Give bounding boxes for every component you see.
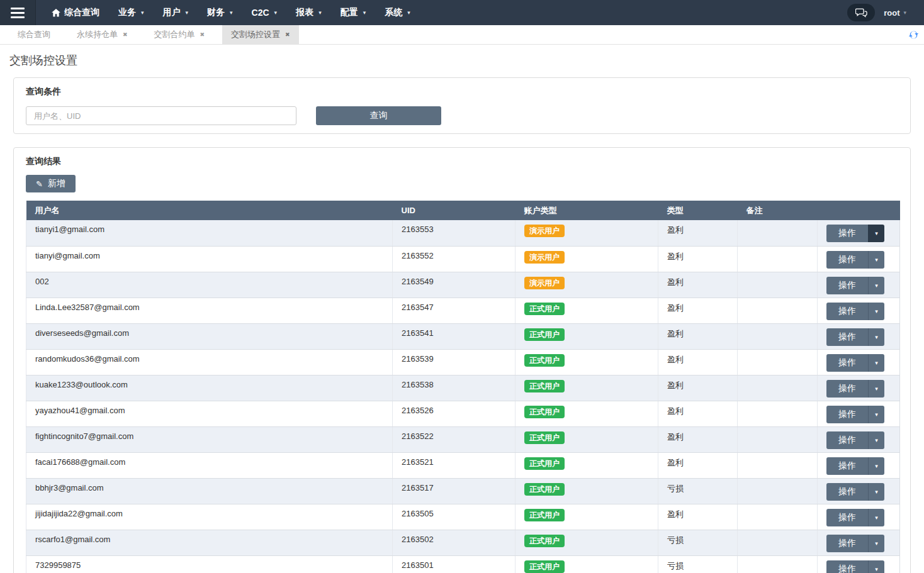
action-button[interactable]: 操作 [826, 457, 868, 475]
col-remark: 备注 [738, 201, 818, 220]
chevron-down-icon: ▾ [903, 9, 906, 16]
action-dropdown-toggle[interactable]: ▾ [868, 431, 884, 449]
table-header-row: 用户名 UID 账户类型 类型 备注 [26, 201, 900, 220]
cell-remark [738, 246, 818, 272]
tab-query[interactable]: 综合查询 [9, 25, 59, 44]
cell-username: randomkudos36@gmail.com [26, 349, 393, 375]
nav-item-config[interactable]: 配置 ▾ [331, 0, 376, 25]
cell-uid: 2163539 [393, 349, 516, 375]
chevron-down-icon: ▾ [363, 9, 366, 16]
tab-delivery-contracts[interactable]: 交割合约单 ✖ [145, 25, 214, 44]
refresh-button[interactable] [908, 30, 919, 40]
action-button[interactable]: 操作 [826, 380, 868, 398]
home-icon [52, 9, 60, 17]
close-icon[interactable]: ✖ [200, 31, 205, 38]
cell-uid: 2163553 [393, 220, 516, 246]
action-button[interactable]: 操作 [826, 277, 868, 294]
cell-type: 盈利 [658, 452, 738, 478]
table-row: 002 2163549 演示用户 盈利 操作▾ [26, 272, 900, 298]
query-controls: 查询 [26, 106, 898, 125]
query-panel: 查询条件 查询 [13, 77, 911, 134]
nav-item-query[interactable]: 综合查询 [42, 0, 109, 25]
table-row: bbhjr3@gmail.com 2163517 正式用户 亏损 操作▾ [26, 478, 900, 504]
action-button[interactable]: 操作 [826, 328, 868, 346]
action-button[interactable]: 操作 [826, 303, 868, 320]
close-icon[interactable]: ✖ [285, 31, 290, 38]
action-button[interactable]: 操作 [826, 560, 868, 573]
cell-remark [738, 530, 818, 555]
cell-uid: 2163538 [393, 375, 516, 401]
cell-type: 盈利 [658, 298, 738, 323]
table-row: jijidajijida22@gmail.com 2163505 正式用户 盈利… [26, 504, 900, 530]
cell-type: 盈利 [658, 504, 738, 530]
cell-uid: 2163521 [393, 452, 516, 478]
account-type-badge: 正式用户 [524, 406, 565, 418]
action-dropdown-toggle[interactable]: ▾ [868, 406, 884, 423]
sidebar-toggle-button[interactable] [0, 0, 36, 25]
cell-type: 盈利 [658, 220, 738, 246]
cell-remark [738, 426, 818, 452]
nav-item-report[interactable]: 报表 ▾ [286, 0, 331, 25]
cell-remark [738, 220, 818, 246]
tab-perpetual-positions[interactable]: 永续持仓单 ✖ [68, 25, 137, 44]
col-username: 用户名 [26, 201, 393, 220]
action-dropdown-toggle[interactable]: ▾ [868, 483, 884, 501]
account-type-badge: 正式用户 [524, 560, 565, 573]
nav-item-c2c[interactable]: C2C ▾ [242, 0, 287, 25]
tab-delivery-control-settings[interactable]: 交割场控设置 ✖ [222, 25, 299, 44]
action-button[interactable]: 操作 [826, 509, 868, 526]
cell-remark [738, 349, 818, 375]
nav-item-user[interactable]: 用户 ▾ [154, 0, 198, 25]
account-type-badge: 演示用户 [524, 277, 565, 289]
action-dropdown-toggle[interactable]: ▾ [868, 354, 884, 372]
table-row: tianyi@gmail.com 2163552 演示用户 盈利 操作▾ [26, 246, 900, 272]
cell-type: 亏损 [658, 530, 738, 555]
action-dropdown-toggle[interactable]: ▾ [868, 535, 884, 552]
action-button[interactable]: 操作 [826, 535, 868, 552]
action-button[interactable]: 操作 [826, 354, 868, 372]
table-row: tianyi1@gmail.com 2163553 演示用户 盈利 操作▾ [26, 220, 900, 246]
cell-uid: 2163501 [393, 555, 516, 573]
action-dropdown-toggle[interactable]: ▾ [868, 277, 884, 294]
hamburger-icon [11, 8, 25, 9]
cell-username: kuake1233@outlook.com [26, 375, 393, 401]
col-actions [818, 201, 900, 220]
add-button[interactable]: ✎ 新增 [26, 175, 76, 192]
action-button[interactable]: 操作 [826, 483, 868, 501]
close-icon[interactable]: ✖ [123, 31, 128, 38]
action-button[interactable]: 操作 [826, 406, 868, 423]
action-dropdown-toggle[interactable]: ▾ [868, 328, 884, 346]
cell-uid: 2163547 [393, 298, 516, 323]
nav-item-system[interactable]: 系统 ▾ [375, 0, 420, 25]
action-dropdown-toggle[interactable]: ▾ [868, 303, 884, 320]
page-title: 交割场控设置 [9, 53, 924, 68]
tab-bar: 综合查询 永续持仓单 ✖ 交割合约单 ✖ 交割场控设置 ✖ [0, 25, 924, 45]
cell-username: 7329959875 [26, 555, 393, 573]
action-dropdown-toggle[interactable]: ▾ [868, 225, 884, 242]
user-menu[interactable]: root ▾ [884, 8, 906, 18]
nav-item-business[interactable]: 业务 ▾ [109, 0, 154, 25]
action-dropdown-toggle[interactable]: ▾ [868, 509, 884, 526]
messages-button[interactable] [847, 4, 875, 21]
cell-type: 盈利 [658, 375, 738, 401]
account-type-badge: 正式用户 [524, 431, 565, 444]
action-button[interactable]: 操作 [826, 251, 868, 269]
nav-item-finance[interactable]: 财务 ▾ [198, 0, 242, 25]
action-button[interactable]: 操作 [826, 225, 868, 242]
cell-remark [738, 452, 818, 478]
action-button[interactable]: 操作 [826, 431, 868, 449]
table-row: randomkudos36@gmail.com 2163539 正式用户 盈利 … [26, 349, 900, 375]
action-dropdown-toggle[interactable]: ▾ [868, 457, 884, 475]
cell-remark [738, 323, 818, 349]
col-uid: UID [393, 201, 516, 220]
account-type-badge: 正式用户 [524, 509, 565, 521]
cell-uid: 2163552 [393, 246, 516, 272]
pencil-icon: ✎ [36, 180, 43, 188]
action-dropdown-toggle[interactable]: ▾ [868, 380, 884, 398]
search-button[interactable]: 查询 [316, 106, 441, 125]
action-dropdown-toggle[interactable]: ▾ [868, 560, 884, 573]
action-dropdown-toggle[interactable]: ▾ [868, 251, 884, 269]
cell-type: 盈利 [658, 246, 738, 272]
cell-type: 盈利 [658, 349, 738, 375]
search-input[interactable] [26, 106, 296, 125]
